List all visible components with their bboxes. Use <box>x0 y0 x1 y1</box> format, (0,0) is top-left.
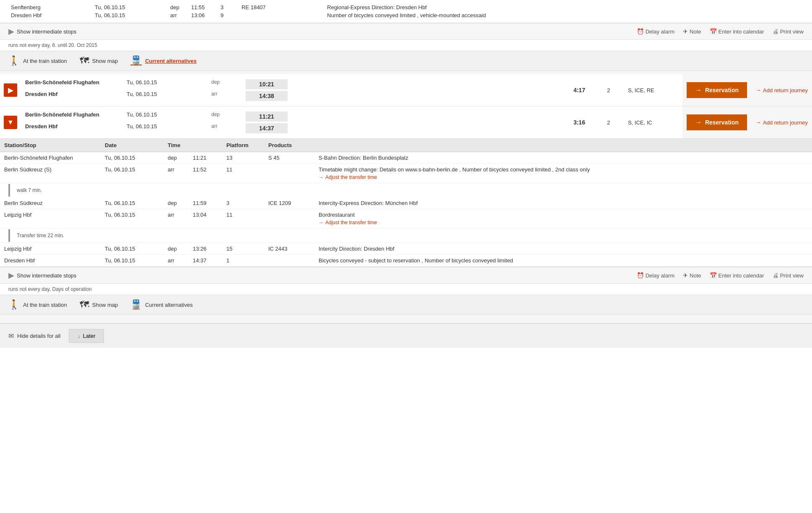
detail-plat-lhbf: 11 <box>222 209 264 228</box>
add-return-btn-2[interactable]: → Add return journey <box>755 119 808 126</box>
transfer-note-1: Transfer time 22 min. <box>17 233 64 238</box>
current-alternatives-2[interactable]: 🚆 Current alternatives <box>130 299 192 310</box>
journey-from-name-2: Berlin-Schönefeld Flughafen <box>25 111 126 122</box>
journey-expand-col-2: ▼ <box>0 106 21 138</box>
later-btn[interactable]: ↓ Later <box>69 329 104 343</box>
hide-details-btn[interactable]: ✉ Hide details for all <box>8 332 60 340</box>
alarm-icon-1: ⏰ <box>637 28 644 35</box>
reservation-btn-1[interactable]: → Reservation <box>687 82 747 98</box>
arr-dresden-hbf: arr <box>168 11 189 19</box>
note-icon-1: ✈ <box>683 28 688 35</box>
delay-alarm-1[interactable]: ⏰ Delay alarm <box>637 28 675 35</box>
add-return-arrow-1: → <box>755 87 761 93</box>
dep-senftenberg: dep <box>168 3 189 11</box>
note-1[interactable]: ✈ Note <box>683 28 701 35</box>
detail-prod-lhbf-dep: IC 2443 <box>264 243 314 255</box>
journey-dep-time-1: 10:21 <box>246 79 288 89</box>
journey-duration-1: 4:17 <box>573 87 599 93</box>
at-train-station-1[interactable]: 🚶 At the train station <box>8 55 67 66</box>
stops-bar-1: ▶ Show intermediate stops ⏰ Delay alarm … <box>0 23 812 40</box>
journey-to-name-1: Dresden Hbf <box>25 91 126 101</box>
note-2[interactable]: ✈ Note <box>683 272 701 279</box>
adjust-transfer-2[interactable]: → Adjust the transfer time <box>319 220 808 225</box>
detail-prod-bsf-dep: S 45 <box>264 152 314 164</box>
detail-time-lhbf: 13:04 <box>189 209 222 228</box>
detail-info-bsk-dep: Intercity-Express Direction: München Hbf <box>314 197 812 209</box>
detail-plat-dhbf: 1 <box>222 255 264 267</box>
print-icon-2: 🖨 <box>773 272 778 279</box>
journey-to-date-1: Tu, 06.10.15 <box>127 91 210 101</box>
detail-prod-dhbf <box>264 255 314 267</box>
show-intermediate-stops-2[interactable]: ▶ Show intermediate stops <box>8 271 76 280</box>
train-dresden-hbf <box>239 11 324 19</box>
journey-main-1: Berlin-Schönefeld Flughafen Tu, 06.10.15… <box>21 74 569 106</box>
detail-station-bsf: Berlin-Schönefeld Flughafen <box>0 152 101 164</box>
stops-bar-2: ▶ Show intermediate stops ⏰ Delay alarm … <box>0 267 812 284</box>
show-intermediate-stops-1[interactable]: ▶ Show intermediate stops <box>8 27 76 36</box>
detail-station-lhbf-dep: Leipzig Hbf <box>0 243 101 255</box>
detail-row-bsf-dep: Berlin-Schönefeld Flughafen Tu, 06.10.15… <box>0 152 812 164</box>
delay-alarm-2[interactable]: ⏰ Delay alarm <box>637 272 675 279</box>
detail-station-bsk: Berlin Südkreuz (S) <box>0 164 101 183</box>
th-station: Station/Stop <box>0 139 101 152</box>
station-dresden-hbf: Dresden Hbf <box>8 11 92 19</box>
journey-expand-col-1: ▶ <box>0 74 21 106</box>
journey-meta-1: 4:17 2 S, ICE, RE <box>569 74 682 106</box>
journey-actions-bar-2: ⏰ Delay alarm ✈ Note 📅 Enter into calend… <box>637 272 804 279</box>
detail-time-dhbf: 14:37 <box>189 255 222 267</box>
date-dresden-hbf: Tu, 06.10.15 <box>92 11 168 19</box>
journey-arr-label-1: arr <box>211 91 245 101</box>
show-map-2[interactable]: 🗺 Show map <box>80 299 118 310</box>
journey-expand-btn-1[interactable]: ▶ <box>4 83 17 97</box>
print-2[interactable]: 🖨 Print view <box>773 272 804 279</box>
show-map-1[interactable]: 🗺 Show map <box>80 55 118 66</box>
detail-row-bsk-dep: Berlin Südkreuz Tu, 06.10.15 dep 11:59 3… <box>0 197 812 209</box>
reservation-btn-2[interactable]: → Reservation <box>687 114 747 130</box>
add-return-btn-1[interactable]: → Add return journey <box>755 87 808 93</box>
hide-icon: ✉ <box>8 332 14 340</box>
journey-expand-btn-2[interactable]: ▼ <box>4 116 17 129</box>
detail-row-bsk-arr: Berlin Südkreuz (S) Tu, 06.10.15 arr 11:… <box>0 164 812 183</box>
prev-journey-tail: Senftenberg Tu, 06.10.15 dep 11:55 3 RE … <box>0 0 812 23</box>
detail-info-lhbf-dep: Intercity Direction: Dresden Hbf <box>314 243 812 255</box>
print-1[interactable]: 🖨 Print view <box>773 28 804 35</box>
journey-dep-label-1: dep <box>211 79 245 89</box>
bottom-bar: ✉ Hide details for all ↓ Later <box>0 323 812 348</box>
calendar-1[interactable]: 📅 Enter into calendar <box>710 28 764 35</box>
journey-from-date-1: Tu, 06.10.15 <box>127 79 210 89</box>
detail-info-dhbf: Bicycles conveyed - subject to reservati… <box>314 255 812 267</box>
info-dresden-hbf: Number of bicycles conveyed limited , ve… <box>324 11 804 19</box>
train-senftenberg: RE 18407 <box>239 3 324 11</box>
detail-station-dhbf: Dresden Hbf <box>0 255 101 267</box>
journey-arr-label-2: arr <box>211 123 245 133</box>
current-alternatives-1[interactable]: 🚆 Current alternatives <box>130 55 197 66</box>
alarm-icon-2: ⏰ <box>637 272 644 279</box>
station-bar-2: 🚶 At the train station 🗺 Show map 🚆 Curr… <box>0 295 812 315</box>
calendar-2[interactable]: 📅 Enter into calendar <box>710 272 764 279</box>
time-senftenberg: 11:55 <box>189 3 218 11</box>
journey-stations-1b: Dresden Hbf Tu, 06.10.15 arr 14:38 <box>25 91 565 101</box>
detail-prod-bsk-dep: ICE 1209 <box>264 197 314 209</box>
adjust-transfer-1[interactable]: → Adjust the transfer time <box>319 174 808 180</box>
time-dresden-hbf: 13:06 <box>189 11 218 19</box>
info-senftenberg: Regional-Express Direction: Dresden Hbf <box>324 3 804 11</box>
reservation-arrow-2: → <box>695 119 702 126</box>
later-arrow: ↓ <box>78 333 80 339</box>
detail-date-bsk-dep: Tu, 06.10.15 <box>101 197 163 209</box>
add-return-arrow-2: → <box>755 119 761 126</box>
at-train-station-2[interactable]: 🚶 At the train station <box>8 299 67 310</box>
detail-date-bsk: Tu, 06.10.15 <box>101 164 163 183</box>
journey-actions-1: → Reservation → Add return journey <box>682 74 812 106</box>
train-station-icon-2: 🚶 <box>8 299 20 310</box>
expand-icon-2b: ▶ <box>8 271 14 280</box>
journey-to-name-2: Dresden Hbf <box>25 123 126 133</box>
journey-meta-2: 3:16 2 S, ICE, IC <box>569 106 682 138</box>
journey-changes-2: 2 <box>607 119 620 126</box>
detail-row-dhbf-arr: Dresden Hbf Tu, 06.10.15 arr 14:37 1 Bic… <box>0 255 812 267</box>
detail-time-bsk: 11:52 <box>189 164 222 183</box>
train-station-icon-1: 🚶 <box>8 55 20 66</box>
plat-dresden-hbf: 9 <box>218 11 239 19</box>
journey-row-2: ▼ Berlin-Schönefeld Flughafen Tu, 06.10.… <box>0 106 812 139</box>
detail-dep-lhbf: dep <box>163 243 189 255</box>
detail-station-bsk-dep: Berlin Südkreuz <box>0 197 101 209</box>
